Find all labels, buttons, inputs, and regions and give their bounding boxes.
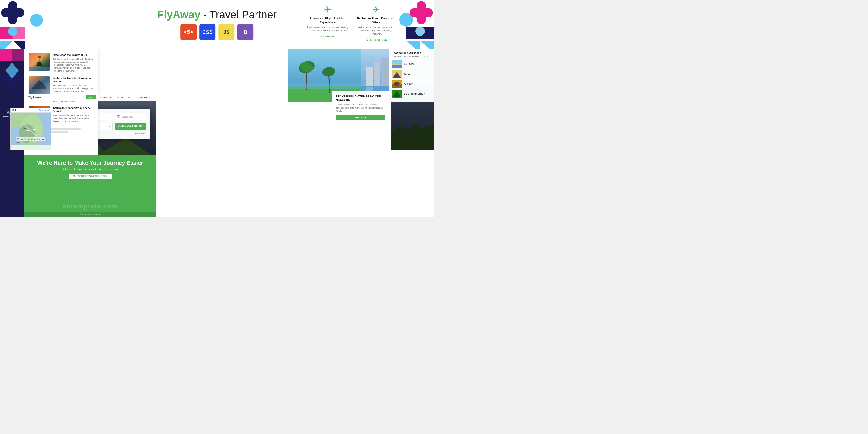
circle-left — [30, 14, 43, 27]
svg-point-23 — [1, 74, 10, 83]
asia-thumb — [392, 70, 402, 78]
bootstrap-icon: B — [237, 24, 253, 40]
nav-blog[interactable]: BLOG ENTRIES — [117, 96, 133, 98]
svg-point-11 — [410, 8, 419, 18]
right-blog-area: SED CURSUS DICTUM NUNC QUIS MOLESTIE Pel… — [332, 91, 389, 127]
map-header: Bali Directions — [11, 108, 51, 113]
article-thumb-borobudur — [29, 76, 50, 94]
svg-point-19 — [415, 27, 425, 36]
brand-fly: FlyAway — [157, 8, 200, 21]
recommended-subtitle: Discover amazing destinations around the… — [392, 55, 431, 57]
js-icon: JS — [218, 24, 235, 40]
brand-middle: - Travel Partner — [200, 8, 277, 21]
svg-point-32 — [37, 58, 42, 62]
header-title: FlyAway - Travel Partner — [157, 8, 277, 21]
footer-copyright: © 2024 Your Company — [24, 212, 156, 217]
room-chevron: ▼ — [108, 125, 111, 128]
calendar-icon-2: 📅 — [117, 115, 120, 118]
nav-portfolio[interactable]: PORTFOLIO — [100, 96, 113, 98]
africa-thumb — [392, 80, 402, 88]
nav-contact[interactable]: CONTACT US — [137, 96, 151, 98]
feature-card-1: ✈ Seamless Flight Booking Experience Enj… — [307, 5, 348, 42]
main-wrapper: FlyAway - Travel Partner <5> CSS JS B — [0, 0, 434, 217]
svg-rect-33 — [29, 67, 50, 71]
header-center: FlyAway - Travel Partner <5> CSS JS B — [157, 8, 277, 40]
feature1-title: Seamless Flight Booking Experience — [307, 17, 348, 25]
svg-point-24 — [14, 74, 23, 83]
svg-text:BALI: BALI — [23, 127, 27, 129]
svg-rect-67 — [366, 67, 373, 86]
cta-title: We're Here to Make Your Journey Easier — [37, 160, 143, 166]
europe-thumb — [392, 60, 402, 68]
place-name-europe: EUROPE — [404, 62, 414, 65]
check-availability-button[interactable]: CHECK AVAILABILITY — [115, 123, 146, 130]
dark-video-area — [391, 98, 434, 151]
hammer-icon: ✈ — [307, 5, 348, 15]
svg-point-13 — [416, 1, 426, 10]
place-name-asia: ASIA — [404, 72, 410, 75]
feature2-title: Exclusive Travel Deals and Offers — [355, 17, 397, 25]
article-excerpt-1: Bali, known as the island of the Gods, o… — [53, 58, 94, 72]
blog-right-title: SED CURSUS DICTUM NUNC QUIS MOLESTIE — [336, 95, 385, 101]
nav-home[interactable]: HOME — [86, 95, 96, 99]
feature-cards: ✈ Seamless Flight Booking Experience Enj… — [307, 5, 397, 42]
checkout-placeholder: Check Out — [122, 116, 133, 118]
place-asia[interactable]: ASIA — [392, 70, 431, 78]
svg-rect-21 — [12, 49, 24, 61]
svg-point-84 — [394, 82, 400, 86]
middle-section: ASIA Discover Indonesia — [0, 49, 434, 217]
svg-point-3 — [8, 1, 18, 10]
map-location: Bali — [12, 109, 17, 111]
svg-text:Denpasar: Denpasar — [13, 142, 20, 143]
svg-point-26 — [8, 81, 16, 89]
article-item-1: Experience the Beauty of Bali Bali, know… — [29, 53, 94, 72]
nav-links: HOME PORTFOLIO BLOG ENTRIES CONTACT US — [86, 95, 151, 99]
svg-rect-20 — [0, 49, 12, 61]
geo-decor-right — [406, 0, 434, 50]
feature-card-2: ✈ Exclusive Travel Deals and Offers Get … — [355, 5, 397, 42]
recommended-title: Recommended Places — [392, 51, 431, 55]
blog-right-body: Pellentesque quis dui sit amet purus sce… — [336, 103, 385, 113]
svg-point-14 — [416, 15, 426, 24]
view-detail-button[interactable]: VIEW DETAIL — [336, 115, 385, 120]
place-south-america[interactable]: SOUTH AMERICA — [392, 90, 431, 98]
cta-section: We're Here to Make Your Journey Easier S… — [24, 155, 156, 217]
svg-rect-68 — [374, 62, 380, 86]
south-america-thumb — [392, 90, 402, 98]
feature2-link[interactable]: EXPLORE OFFERS — [366, 39, 386, 41]
html-icon: <5> — [180, 24, 196, 40]
svg-point-2 — [15, 8, 24, 18]
feature1-link[interactable]: LEARN MORE — [320, 35, 335, 38]
article-title-1: Experience the Beauty of Bali — [53, 53, 94, 57]
place-europe[interactable]: EUROPE — [392, 60, 431, 68]
svg-rect-36 — [34, 85, 45, 87]
map-instructions: Use ctrl + scroll to zoom the map — [16, 137, 45, 141]
svg-rect-35 — [32, 87, 46, 89]
article-thumb-bali — [29, 53, 50, 71]
checkout-input[interactable]: 📅 Check Out — [115, 113, 146, 120]
css-icon: CSS — [199, 24, 216, 40]
svg-marker-18 — [420, 40, 434, 49]
svg-rect-31 — [38, 56, 41, 58]
svg-point-1 — [1, 8, 10, 18]
geo-decor-left — [0, 0, 26, 50]
svg-marker-8 — [13, 40, 26, 49]
top-section: FlyAway - Travel Partner <5> CSS JS B — [0, 0, 434, 49]
need-help-link[interactable]: Need Help? — [135, 132, 146, 135]
nav-bar: FlyAway HOME PORTFOLIO BLOG ENTRIES CONT… — [24, 94, 154, 101]
subscribe-button[interactable]: SUBSCRIBE TO NEWSLETTER — [68, 174, 112, 179]
place-africa[interactable]: AFRICA — [392, 80, 431, 88]
article-title-2: Explore the Majestic Borobudur Temple — [53, 76, 94, 83]
svg-point-4 — [8, 15, 18, 24]
map-body: BALI Denpasar Use ctrl + scroll to zoom … — [11, 113, 51, 145]
map-panel[interactable]: Bali Directions BALI Denpasar — [10, 107, 51, 151]
svg-rect-64 — [288, 85, 361, 89]
tech-icons: <5> CSS JS B — [157, 24, 277, 40]
svg-point-12 — [424, 8, 433, 18]
article-excerpt-3: From the spicy flavors of rendang to the… — [53, 114, 94, 123]
directions-link[interactable]: Directions — [39, 109, 49, 111]
cta-subtitle: Subscribe to travel news, exclusive tips… — [62, 167, 119, 170]
article-title-3: Indulge in Indonesia's Culinary Delights — [53, 106, 94, 113]
watermark: setemplate.com — [62, 203, 118, 210]
svg-point-9 — [8, 27, 18, 36]
